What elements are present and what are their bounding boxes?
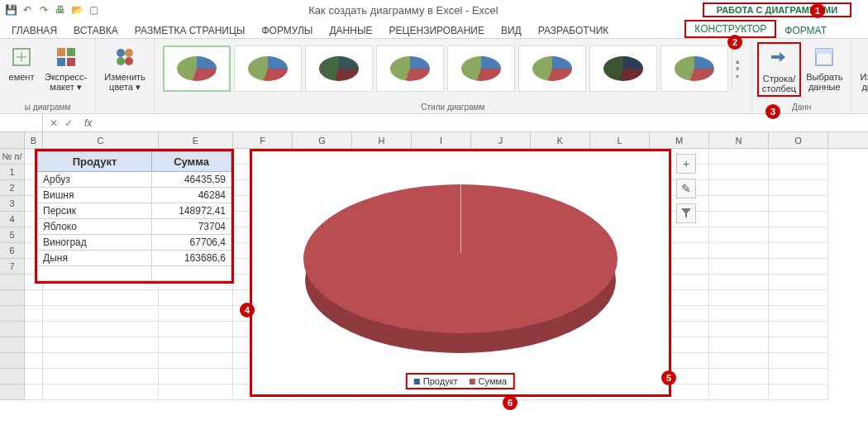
cell[interactable] <box>769 369 828 384</box>
cell[interactable] <box>159 306 233 322</box>
cell[interactable] <box>769 384 828 400</box>
quick-layout-button[interactable]: Экспресс- макет ▾ <box>41 42 90 93</box>
row-header[interactable]: № п/п <box>0 149 25 165</box>
cell-product[interactable]: Яблоко <box>38 219 152 235</box>
chart-filter-button[interactable] <box>676 203 696 223</box>
cell[interactable] <box>43 322 159 337</box>
cell-sum[interactable]: 46435,59 <box>152 172 231 188</box>
chart-style-1[interactable] <box>163 45 231 92</box>
col-F[interactable]: F <box>233 132 293 148</box>
cell[interactable] <box>709 353 769 369</box>
chart-plus-button[interactable]: + <box>676 154 696 174</box>
print-icon[interactable]: 🖶 <box>55 4 66 16</box>
col-J[interactable]: J <box>471 132 531 148</box>
row-header[interactable] <box>0 306 25 322</box>
cell[interactable] <box>769 290 828 306</box>
cell-sum[interactable]: 67706,4 <box>152 235 231 251</box>
row-header[interactable] <box>0 369 25 384</box>
cell[interactable] <box>159 369 233 384</box>
pie-chart-object[interactable]: Продукт Сумма <box>250 149 671 397</box>
cell[interactable] <box>769 180 828 196</box>
row-header[interactable] <box>0 384 25 400</box>
cell[interactable] <box>769 149 828 165</box>
chart-legend[interactable]: Продукт Сумма <box>406 373 515 389</box>
cell[interactable] <box>709 369 769 384</box>
row-header[interactable] <box>0 275 25 290</box>
tab-data[interactable]: ДАННЫЕ <box>321 23 380 38</box>
col-I[interactable]: I <box>412 132 471 148</box>
row-header[interactable]: 3 <box>0 196 25 212</box>
spreadsheet-grid[interactable]: B C E F G H I J K L M N O № п/п1234567 П… <box>0 132 868 422</box>
cell-product[interactable]: Виноград <box>38 235 152 251</box>
chart-brush-button[interactable]: ✎ <box>676 179 696 198</box>
cell[interactable] <box>769 212 828 227</box>
cell[interactable] <box>709 290 769 306</box>
cell[interactable] <box>769 227 828 243</box>
chart-style-8[interactable] <box>661 45 728 92</box>
chart-style-5[interactable] <box>447 45 515 92</box>
cell[interactable] <box>709 149 769 165</box>
cancel-icon[interactable]: ✕ <box>50 117 58 129</box>
cell[interactable] <box>43 353 159 369</box>
cell[interactable] <box>25 290 43 306</box>
row-header[interactable]: 5 <box>0 227 25 243</box>
cell[interactable] <box>25 306 43 322</box>
redo-icon[interactable]: ↷ <box>38 4 50 16</box>
col-H[interactable]: H <box>352 132 412 148</box>
row-header[interactable]: 2 <box>0 180 25 196</box>
select-all-corner[interactable] <box>0 132 25 148</box>
change-chart-type-button[interactable]: Измени диагра <box>856 42 868 93</box>
cell[interactable] <box>769 243 828 259</box>
tab-view[interactable]: ВИД <box>493 23 530 38</box>
cell[interactable] <box>769 322 828 337</box>
tab-home[interactable]: ГЛАВНАЯ <box>3 23 65 38</box>
cell[interactable] <box>25 353 43 369</box>
tab-format[interactable]: ФОРМАТ <box>776 23 835 38</box>
chart-style-4[interactable] <box>376 45 444 92</box>
row-header[interactable]: 6 <box>0 243 25 259</box>
enter-icon[interactable]: ✓ <box>64 117 73 129</box>
cell-product[interactable]: Дыня <box>38 251 152 266</box>
cell[interactable] <box>709 337 769 353</box>
cell[interactable] <box>709 259 769 275</box>
cell[interactable] <box>159 353 233 369</box>
cell[interactable] <box>43 369 159 384</box>
name-box[interactable] <box>0 114 43 131</box>
cell-sum[interactable]: 46284 <box>152 188 231 203</box>
row-header[interactable] <box>0 353 25 369</box>
cell[interactable] <box>709 165 769 180</box>
cell[interactable] <box>709 275 769 290</box>
row-header[interactable] <box>0 290 25 306</box>
chart-plot-area[interactable] <box>252 151 669 366</box>
cell[interactable] <box>769 196 828 212</box>
cell[interactable] <box>709 243 769 259</box>
cell[interactable] <box>709 212 769 227</box>
cell[interactable] <box>709 384 769 400</box>
cell[interactable] <box>25 322 43 337</box>
cell[interactable] <box>769 306 828 322</box>
cell[interactable] <box>769 337 828 353</box>
col-B[interactable]: B <box>25 132 43 148</box>
col-O[interactable]: O <box>769 132 828 148</box>
row-header[interactable] <box>0 322 25 337</box>
add-chart-element-button[interactable]: емент <box>5 42 38 93</box>
cell[interactable] <box>159 337 233 353</box>
tab-insert[interactable]: ВСТАВКА <box>65 23 126 38</box>
cell[interactable] <box>709 322 769 337</box>
cell[interactable] <box>43 384 159 400</box>
col-L[interactable]: L <box>590 132 650 148</box>
open-icon[interactable]: 📂 <box>71 4 83 16</box>
cell[interactable] <box>43 306 159 322</box>
cell-sum[interactable]: 163686,6 <box>152 251 231 266</box>
chart-style-2[interactable] <box>234 45 302 92</box>
col-K[interactable]: K <box>531 132 590 148</box>
cell[interactable] <box>709 180 769 196</box>
row-header[interactable]: 7 <box>0 259 25 275</box>
cell[interactable] <box>769 165 828 180</box>
cell-sum[interactable]: 148972,41 <box>152 203 231 219</box>
tab-formulas[interactable]: ФОРМУЛЫ <box>253 23 321 38</box>
fx-label[interactable]: fx <box>79 117 92 129</box>
data-table-selection[interactable]: Продукт Сумма Арбуз46435,59Вишня46284Пер… <box>35 149 234 284</box>
switch-row-column-button[interactable]: Строка/ столбец <box>757 42 801 97</box>
row-header[interactable] <box>0 337 25 353</box>
